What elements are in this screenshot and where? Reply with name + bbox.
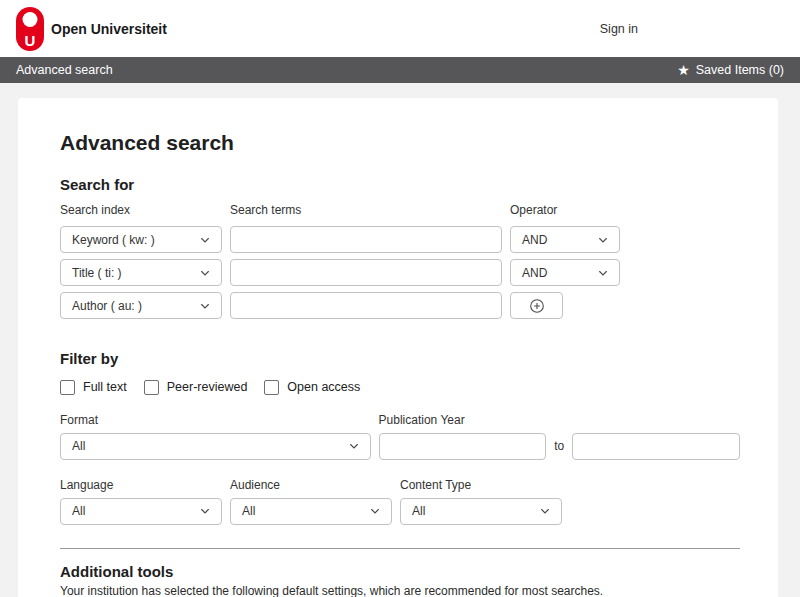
open-universiteit-logo-icon: U <box>16 7 44 51</box>
search-row-2: Title ( ti: ) AND <box>60 259 740 286</box>
publication-year-from-input[interactable] <box>379 433 547 460</box>
search-index-label: Search index <box>60 203 222 217</box>
star-icon: ★ <box>677 63 690 77</box>
peer-reviewed-checkbox[interactable] <box>144 380 159 395</box>
content-type-select[interactable]: All <box>400 498 562 525</box>
saved-items-button[interactable]: ★ Saved Items (0) <box>677 63 784 77</box>
filter-by-heading: Filter by <box>60 350 740 367</box>
search-index-value-2: Title ( ti: ) <box>72 266 122 280</box>
search-index-value-1: Keyword ( kw: ) <box>72 233 155 247</box>
brand-name: Open Universiteit <box>51 21 167 37</box>
peer-reviewed-filter[interactable]: Peer-reviewed <box>144 380 248 395</box>
nav-title: Advanced search <box>16 63 113 77</box>
search-row-1: Keyword ( kw: ) AND <box>60 226 740 253</box>
chevron-down-icon <box>369 505 381 517</box>
search-index-select-2[interactable]: Title ( ti: ) <box>60 259 222 286</box>
sign-in-link[interactable]: Sign in <box>600 22 638 36</box>
additional-tools-description: Your institution has selected the follow… <box>60 584 740 597</box>
advanced-search-card: Advanced search Search for Search index … <box>18 98 778 597</box>
format-select[interactable]: All <box>60 433 371 460</box>
open-access-filter[interactable]: Open access <box>264 380 360 395</box>
section-divider <box>60 548 740 549</box>
search-terms-input-3[interactable] <box>230 292 502 319</box>
chevron-down-icon <box>348 440 360 452</box>
search-row-3: Author ( au: ) <box>60 292 740 319</box>
filter-checkboxes: Full text Peer-reviewed Open access <box>60 380 740 395</box>
peer-reviewed-label: Peer-reviewed <box>167 380 248 394</box>
publication-year-to-input[interactable] <box>572 433 740 460</box>
operator-select-2[interactable]: AND <box>510 259 620 286</box>
audience-label: Audience <box>230 478 392 492</box>
publication-year-to-label: to <box>554 439 564 453</box>
chevron-down-icon <box>597 267 609 279</box>
search-terms-input-2[interactable] <box>230 259 502 286</box>
additional-tools-heading: Additional tools <box>60 563 740 580</box>
publication-year-label: Publication Year <box>379 413 740 427</box>
search-terms-label: Search terms <box>230 203 502 217</box>
chevron-down-icon <box>199 300 211 312</box>
content-type-value: All <box>412 504 425 518</box>
logo-circle <box>23 12 38 27</box>
logo-letter: U <box>16 33 44 48</box>
search-index-select-3[interactable]: Author ( au: ) <box>60 292 222 319</box>
operator-label: Operator <box>510 203 620 217</box>
search-column-labels: Search index Search terms Operator <box>60 203 740 217</box>
chevron-down-icon <box>199 505 211 517</box>
search-for-heading: Search for <box>60 176 740 193</box>
language-value: All <box>72 504 85 518</box>
audience-select[interactable]: All <box>230 498 392 525</box>
add-search-row-button[interactable] <box>510 292 563 319</box>
operator-value-2: AND <box>522 266 547 280</box>
plus-circle-icon <box>528 297 546 315</box>
search-terms-input-1[interactable] <box>230 226 502 253</box>
language-select[interactable]: All <box>60 498 222 525</box>
page-title: Advanced search <box>60 131 740 155</box>
open-access-checkbox[interactable] <box>264 380 279 395</box>
language-label: Language <box>60 478 222 492</box>
full-text-label: Full text <box>83 380 127 394</box>
breadcrumb-bar: Advanced search ★ Saved Items (0) <box>0 57 800 83</box>
search-index-value-3: Author ( au: ) <box>72 299 142 313</box>
full-text-checkbox[interactable] <box>60 380 75 395</box>
chevron-down-icon <box>539 505 551 517</box>
app-header: U Open Universiteit Sign in <box>0 0 800 57</box>
format-label: Format <box>60 413 371 427</box>
audience-value: All <box>242 504 255 518</box>
full-text-filter[interactable]: Full text <box>60 380 127 395</box>
content-type-label: Content Type <box>400 478 562 492</box>
saved-items-label: Saved Items (0) <box>696 63 784 77</box>
chevron-down-icon <box>597 234 609 246</box>
language-audience-content-row: Language All Audience All Content Type A… <box>60 478 740 525</box>
format-value: All <box>72 439 85 453</box>
brand[interactable]: U Open Universiteit <box>16 7 167 51</box>
operator-select-1[interactable]: AND <box>510 226 620 253</box>
format-year-row: Format All Publication Year to <box>60 413 740 460</box>
operator-value-1: AND <box>522 233 547 247</box>
chevron-down-icon <box>199 267 211 279</box>
open-access-label: Open access <box>287 380 360 394</box>
chevron-down-icon <box>199 234 211 246</box>
search-index-select-1[interactable]: Keyword ( kw: ) <box>60 226 222 253</box>
